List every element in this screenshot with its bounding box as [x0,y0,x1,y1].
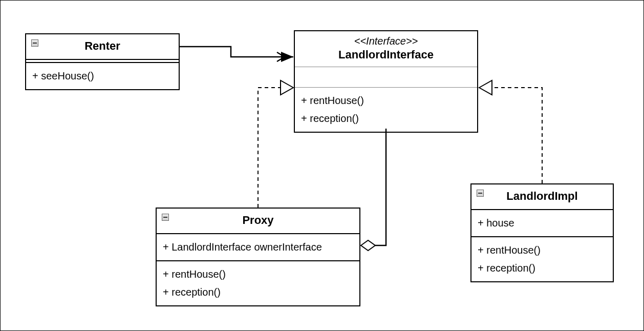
attributes: + house [471,210,613,237]
method: + reception() [163,283,353,301]
class-landlord-interface: <<Interface>> LandlordInterface + rentHo… [294,30,478,133]
method: + seeHouse() [32,67,173,85]
empty-attrs [295,67,477,88]
rel-impl-realizes-interface [479,80,542,183]
class-title: Renter [26,34,179,60]
class-title: LandlordImpl [471,184,613,210]
class-header: <<Interface>> LandlordInterface [295,31,477,67]
attributes: + LandlordInterface ownerInterface [157,234,359,261]
svg-marker-1 [281,80,293,95]
methods: + seeHouse() [26,63,179,89]
class-name: LandlordInterface [301,47,471,61]
class-name: Renter [84,39,120,52]
method: + rentHouse() [163,265,353,283]
svg-marker-0 [281,52,293,62]
svg-marker-2 [479,80,492,95]
class-name: LandlordImpl [506,190,577,202]
stereotype: <<Interface>> [301,35,471,47]
class-renter: Renter + seeHouse() [25,33,180,90]
class-landlord-impl: LandlordImpl + house + rentHouse() + rec… [470,183,614,282]
rel-proxy-realizes-interface [258,80,293,208]
method: + rentHouse() [301,92,471,110]
svg-marker-3 [361,240,375,251]
attribute: + house [478,214,607,232]
methods: + rentHouse() + reception() [157,261,359,305]
class-title: Proxy [157,209,359,234]
methods: + rentHouse() + reception() [471,237,613,281]
rel-proxy-aggregates-interface [361,129,386,251]
class-name: Proxy [242,214,273,226]
collapse-icon[interactable] [162,214,169,221]
method: + reception() [301,110,471,128]
collapse-icon[interactable] [477,190,484,197]
method: + reception() [478,259,607,277]
rel-renter-to-interface [180,47,293,62]
uml-canvas: Renter + seeHouse() <<Interface>> Landlo… [0,0,644,331]
attribute: + LandlordInterface ownerInterface [163,238,353,256]
method: + rentHouse() [478,241,607,259]
collapse-icon[interactable] [31,39,38,47]
class-proxy: Proxy + LandlordInterface ownerInterface… [156,208,360,306]
methods: + rentHouse() + reception() [295,88,477,132]
